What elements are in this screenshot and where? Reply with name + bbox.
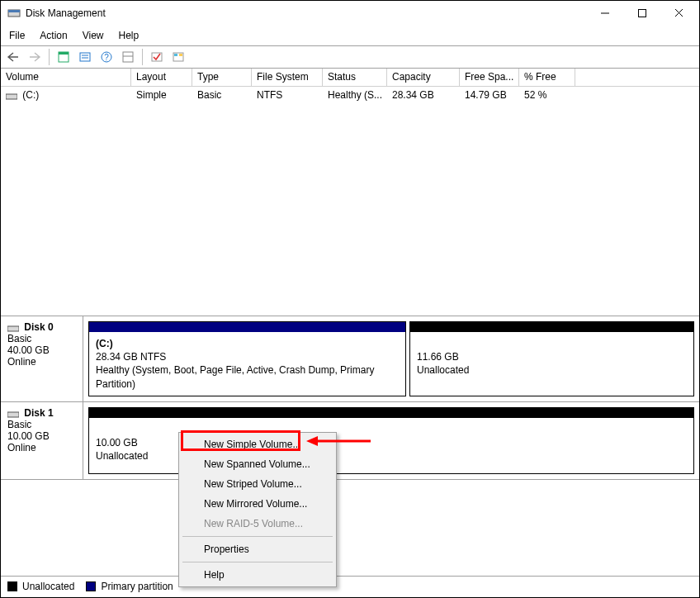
- disk0-type: Basic: [7, 333, 31, 344]
- column-headers: Volume Layout Type File System Status Ca…: [1, 69, 699, 87]
- legend-swatch-primary: [86, 581, 96, 591]
- disk1-type: Basic: [7, 419, 31, 430]
- ctx-new-spanned-volume[interactable]: New Spanned Volume...: [181, 454, 334, 474]
- volume-row[interactable]: (C:) Simple Basic NTFS Healthy (S... 28.…: [1, 87, 699, 103]
- legend-bar: Unallocated Primary partition: [1, 576, 699, 596]
- disk-row-1: Disk 1 Basic 10.00 GB Online 10.00 GB Un…: [1, 402, 699, 480]
- cell-status: Healthy (S...: [323, 88, 387, 102]
- disk-icon: [7, 324, 19, 332]
- menu-file[interactable]: File: [2, 27, 31, 44]
- minimize-button[interactable]: [586, 1, 623, 25]
- toolbar-separator: [49, 49, 50, 65]
- cell-layout: Simple: [131, 88, 192, 102]
- header-capacity[interactable]: Capacity: [387, 69, 460, 86]
- disk1-p0-line2: Unallocated: [96, 450, 148, 462]
- svg-rect-13: [123, 52, 133, 62]
- toolbar-icon-6[interactable]: [169, 48, 187, 66]
- toolbar-separator: [142, 49, 143, 65]
- svg-rect-21: [7, 412, 19, 417]
- app-icon: [7, 7, 21, 20]
- ctx-new-raid5-volume: New RAID-5 Volume...: [181, 514, 334, 534]
- disk-icon: [7, 410, 19, 418]
- cell-free: 14.79 GB: [460, 88, 519, 102]
- disk1-state: Online: [7, 442, 36, 453]
- svg-rect-8: [80, 53, 90, 61]
- disk0-p1-line2: Unallocated: [417, 364, 469, 376]
- help-icon[interactable]: ?: [97, 48, 116, 66]
- svg-rect-20: [7, 326, 19, 331]
- header-freespace[interactable]: Free Spa...: [460, 69, 519, 86]
- forward-button[interactable]: [26, 48, 44, 66]
- disk1-p0-line1: 10.00 GB: [96, 437, 138, 448]
- maximize-button[interactable]: [623, 1, 660, 25]
- cell-volume: (C:): [1, 88, 131, 102]
- header-filesystem[interactable]: File System: [252, 69, 323, 86]
- disk0-p0-label: (C:): [96, 338, 113, 349]
- partition-color-bar: [89, 408, 693, 418]
- svg-rect-19: [6, 94, 17, 99]
- disk1-size: 10.00 GB: [7, 430, 50, 442]
- header-type[interactable]: Type: [192, 69, 252, 86]
- svg-rect-17: [174, 54, 177, 56]
- toolbar-icon-2[interactable]: [76, 48, 94, 66]
- toolbar: ?: [1, 45, 699, 69]
- context-menu: New Simple Volume... New Spanned Volume.…: [178, 432, 337, 587]
- ctx-separator: [182, 562, 333, 562]
- cell-pctfree: 52 %: [519, 88, 575, 102]
- close-button[interactable]: [660, 1, 698, 25]
- ctx-new-simple-volume[interactable]: New Simple Volume...: [181, 434, 334, 454]
- disk1-info[interactable]: Disk 1 Basic 10.00 GB Online: [1, 402, 83, 479]
- partition-color-bar: [89, 322, 405, 332]
- disk0-name: Disk 0: [24, 321, 53, 333]
- menu-help[interactable]: Help: [112, 27, 146, 44]
- toolbar-icon-1[interactable]: [54, 48, 73, 66]
- disk1-name: Disk 1: [24, 407, 53, 419]
- disk-graphical-pane: Disk 0 Basic 40.00 GB Online (C:) 28.34 …: [1, 316, 699, 596]
- cell-volume-text: (C:): [22, 89, 39, 101]
- ctx-separator: [182, 536, 333, 537]
- svg-text:?: ?: [104, 53, 109, 62]
- disk0-p0-line1: 28.34 GB NTFS: [96, 351, 166, 363]
- back-button[interactable]: [4, 48, 22, 66]
- cell-fs: NTFS: [252, 88, 323, 102]
- disk0-partition-c[interactable]: (C:) 28.34 GB NTFS Healthy (System, Boot…: [88, 321, 406, 396]
- volume-list-pane: Volume Layout Type File System Status Ca…: [1, 69, 699, 316]
- ctx-new-striped-volume[interactable]: New Striped Volume...: [181, 474, 334, 494]
- title-bar: Disk Management: [1, 1, 699, 26]
- svg-rect-1: [8, 10, 20, 12]
- cell-type: Basic: [192, 88, 252, 102]
- ctx-help[interactable]: Help: [181, 565, 334, 585]
- menu-action[interactable]: Action: [33, 27, 73, 44]
- header-pctfree[interactable]: % Free: [519, 69, 575, 86]
- disk0-p0-line2: Healthy (System, Boot, Page File, Active…: [96, 364, 374, 389]
- menu-bar: File Action View Help: [1, 26, 699, 45]
- legend-unallocated: Unallocated: [22, 581, 74, 592]
- ctx-properties[interactable]: Properties: [181, 539, 334, 559]
- legend-primary: Primary partition: [101, 581, 173, 592]
- disk-row-0: Disk 0 Basic 40.00 GB Online (C:) 28.34 …: [1, 316, 699, 402]
- drive-icon: [6, 92, 17, 100]
- window-title: Disk Management: [26, 7, 586, 19]
- svg-rect-7: [59, 52, 69, 55]
- partition-color-bar: [410, 322, 693, 332]
- disk0-p1-line1: 11.66 GB: [417, 351, 459, 363]
- disk0-size: 40.00 GB: [7, 344, 50, 356]
- disk0-unallocated[interactable]: 11.66 GB Unallocated: [409, 321, 694, 396]
- ctx-new-mirrored-volume[interactable]: New Mirrored Volume...: [181, 494, 334, 514]
- header-status[interactable]: Status: [323, 69, 387, 86]
- cell-capacity: 28.34 GB: [387, 88, 460, 102]
- toolbar-icon-5[interactable]: [148, 48, 166, 66]
- disk0-state: Online: [7, 356, 36, 368]
- disk0-info[interactable]: Disk 0 Basic 40.00 GB Online: [1, 316, 83, 401]
- menu-view[interactable]: View: [76, 27, 111, 44]
- header-volume[interactable]: Volume: [1, 69, 131, 86]
- svg-rect-3: [638, 9, 646, 17]
- header-layout[interactable]: Layout: [131, 69, 192, 86]
- legend-swatch-unallocated: [7, 581, 17, 591]
- toolbar-icon-4[interactable]: [119, 48, 137, 66]
- svg-rect-18: [179, 54, 182, 56]
